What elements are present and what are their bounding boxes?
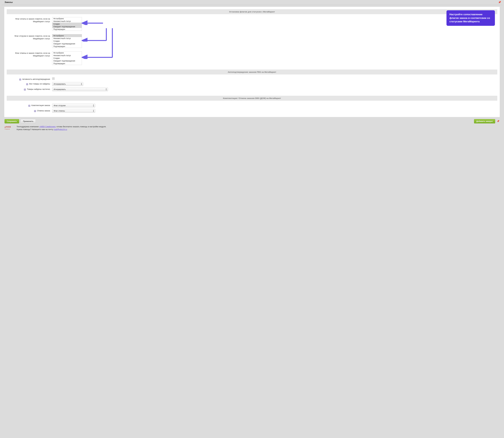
- status-option[interactable]: Создан: [52, 57, 82, 59]
- support-text-part: Техподдержка компании: [17, 126, 39, 128]
- status-option[interactable]: Ожидает подтверждения: [52, 42, 82, 45]
- status-option[interactable]: Неизвестный статус: [52, 37, 82, 40]
- status-multiselect-2[interactable]: Не выбраноНеизвестный статусСозданОжидае…: [52, 51, 82, 65]
- apply-button[interactable]: Применить: [21, 119, 36, 123]
- section-header-dbs: Комплектация / Отмена заказов DBS (ДСМ) …: [7, 96, 497, 101]
- status-option[interactable]: Подтвержден: [52, 28, 82, 31]
- section-header-autoconfirm: Автоподтверждение заказов FBS на МегаМар…: [7, 69, 497, 75]
- status-option[interactable]: Неизвестный статус: [52, 54, 82, 57]
- hint-icon[interactable]: ?: [26, 83, 28, 85]
- add-account-button[interactable]: Добавить аккаунт: [474, 119, 495, 123]
- cancel-select[interactable]: Флаг отмены ▲▼: [52, 109, 95, 113]
- flag-row-label: Флаг отгрузки в заказе ставится, если на…: [4, 34, 52, 40]
- settings-card: Установка флагов для статусов с МегаМарк…: [4, 7, 500, 117]
- status-option[interactable]: Ожидает подтверждения: [52, 25, 82, 28]
- activity-label: Активность автоподтверждения: [22, 78, 50, 80]
- pack-value: Флаг отгрузки: [54, 104, 66, 107]
- pin-icon[interactable]: 📌: [497, 120, 499, 122]
- callout-tooltip: Настройте сопоставление флагов заказа в …: [447, 10, 495, 26]
- chevron-updown-icon: ▲▼: [93, 104, 94, 107]
- hint-icon[interactable]: ?: [34, 110, 36, 112]
- chevron-updown-icon: ▲▼: [93, 110, 94, 112]
- status-multiselect-1[interactable]: Не выбраноНеизвестный статусСозданОжидае…: [52, 34, 82, 48]
- support-text: Техподдержка компании «WEB Симфония» гот…: [17, 125, 106, 131]
- pack-label: Комплектация заказа: [32, 104, 50, 106]
- status-option[interactable]: Подтвержден: [52, 62, 82, 65]
- footer-area: Сохранить Применить Добавить аккаунт 📌 @…: [2, 117, 502, 131]
- status-option[interactable]: Создан: [52, 40, 82, 42]
- status-option[interactable]: Не выбрано: [52, 52, 82, 54]
- support-email-link[interactable]: mail@wbs24.ru: [54, 128, 67, 131]
- status-option[interactable]: Неизвестный статус: [52, 20, 82, 22]
- section-header-flags: Установка флагов для статусов с МегаМарк…: [7, 9, 497, 14]
- web-symphony-logo: @WEBСимфония: [5, 125, 15, 130]
- activity-checkbox[interactable]: ✓: [52, 77, 55, 80]
- support-text-part: готова бесплатно оказать помощь в настро…: [56, 126, 106, 128]
- cancel-value: Флаг отмены: [54, 110, 65, 112]
- support-text-part: Нужна помощь? Напишите нам на почту: [17, 128, 54, 131]
- web-symphony-link[interactable]: «WEB Симфония»: [39, 126, 56, 128]
- not-found-value: Игнорировать: [54, 83, 66, 85]
- pin-icon[interactable]: 📌: [498, 1, 501, 4]
- page-title: Заказы: [5, 1, 13, 4]
- save-button[interactable]: Сохранить: [5, 119, 19, 123]
- status-option[interactable]: Ожидает подтверждения: [52, 59, 82, 62]
- status-option[interactable]: Подтвержден: [52, 45, 82, 48]
- pack-select[interactable]: Флаг отгрузки ▲▼: [52, 104, 95, 107]
- status-option[interactable]: Создан: [52, 22, 82, 25]
- hint-icon[interactable]: ?: [19, 79, 21, 80]
- cancel-label: Отмена заказа: [37, 110, 50, 112]
- flag-row-label: Флаг оплаты в заказе ставится, если на M…: [4, 17, 52, 23]
- flag-row-label: Флаг отмены в заказе ставится, если на M…: [4, 51, 52, 57]
- partial-select[interactable]: Игнорировать ▲▼: [52, 88, 108, 91]
- hint-icon[interactable]: ?: [24, 89, 26, 90]
- chevron-updown-icon: ▲▼: [81, 83, 82, 85]
- not-found-select[interactable]: Игнорировать ▲▼: [52, 82, 83, 86]
- partial-value: Игнорировать: [54, 88, 66, 90]
- status-multiselect-0[interactable]: Не выбраноНеизвестный статусСозданОжидае…: [52, 17, 82, 31]
- not-found-label: Все товары не найдены: [29, 83, 50, 85]
- status-option[interactable]: Не выбрано: [52, 17, 82, 20]
- chevron-updown-icon: ▲▼: [106, 88, 107, 91]
- hint-icon[interactable]: ?: [28, 105, 30, 107]
- status-option[interactable]: Не выбрано: [52, 34, 82, 37]
- partial-label: Товары найдены частично: [27, 88, 50, 90]
